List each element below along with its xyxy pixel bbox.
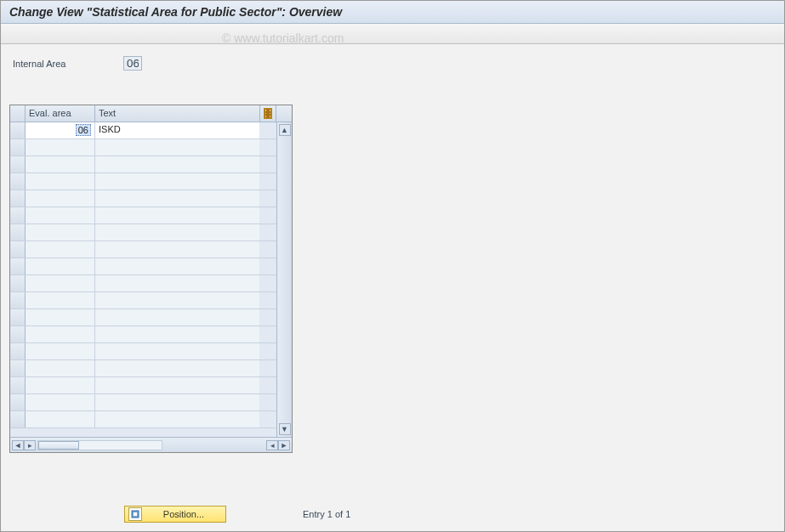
table-header: Eval. area Text [10, 105, 292, 122]
table-row[interactable] [10, 190, 276, 207]
cell-eval-area[interactable] [26, 292, 95, 308]
position-button[interactable]: Position... [124, 506, 226, 523]
table-row[interactable] [10, 360, 276, 377]
cell-eval-area[interactable] [26, 139, 95, 156]
cell-text[interactable] [95, 411, 259, 427]
row-selector[interactable] [10, 173, 26, 190]
cell-text[interactable] [95, 207, 259, 224]
scroll-right-icon[interactable]: ◂ [266, 440, 278, 450]
cell-eval-area[interactable] [26, 258, 95, 274]
select-all-header[interactable] [10, 105, 26, 122]
row-selector[interactable] [10, 360, 26, 376]
col-header-eval-area[interactable]: Eval. area [26, 105, 95, 122]
cell-eval-area[interactable] [26, 173, 95, 190]
row-selector[interactable] [10, 292, 26, 308]
cell-text[interactable] [95, 394, 259, 410]
internal-area-label: Internal Area [13, 59, 123, 69]
cell-eval-area[interactable] [26, 377, 95, 393]
cell-eval-area[interactable]: 06 [26, 122, 95, 139]
cell-text[interactable] [95, 156, 259, 173]
table-row[interactable] [10, 411, 276, 428]
cell-eval-area[interactable] [26, 207, 95, 224]
row-selector[interactable] [10, 343, 26, 359]
cell-text[interactable] [95, 326, 259, 342]
row-selector[interactable] [10, 326, 26, 342]
footer: Position... Entry 1 of 1 [124, 506, 350, 523]
table-row[interactable]: 06ISKD [10, 122, 276, 139]
table-row[interactable] [10, 139, 276, 156]
cell-text[interactable] [95, 309, 259, 325]
table-row[interactable] [10, 394, 276, 411]
col-header-text[interactable]: Text [95, 105, 259, 122]
cell-text[interactable] [95, 360, 259, 376]
scroll-right-end-icon[interactable]: ► [278, 440, 290, 450]
cell-text[interactable]: ISKD [95, 122, 259, 139]
content-area: Internal Area Eval. area Text 06ISKD ▲ ▼… [1, 44, 784, 461]
scroll-left-end-icon[interactable]: ◄ [12, 440, 24, 450]
cell-eval-area[interactable] [26, 326, 95, 342]
cell-eval-area[interactable] [26, 343, 95, 359]
row-selector[interactable] [10, 122, 26, 139]
row-selector[interactable] [10, 241, 26, 258]
row-selector[interactable] [10, 156, 26, 173]
table-frame: Eval. area Text 06ISKD ▲ ▼ ◄ ▸ ◂ [9, 105, 293, 453]
scroll-down-icon[interactable]: ▼ [279, 423, 291, 435]
table-body: 06ISKD ▲ ▼ [10, 122, 292, 437]
table-row[interactable] [10, 377, 276, 394]
table-config-button[interactable] [259, 105, 276, 122]
cell-text[interactable] [95, 241, 259, 258]
cell-eval-area[interactable] [26, 360, 95, 376]
cell-eval-area[interactable] [26, 156, 95, 173]
row-selector[interactable] [10, 309, 26, 325]
cell-eval-area[interactable] [26, 241, 95, 258]
scroll-up-icon[interactable]: ▲ [279, 124, 291, 136]
internal-area-field [123, 56, 142, 71]
cell-text[interactable] [95, 258, 259, 274]
cell-eval-area[interactable] [26, 309, 95, 325]
table-row[interactable] [10, 156, 276, 173]
table-row[interactable] [10, 292, 276, 309]
cell-eval-area[interactable] [26, 394, 95, 410]
row-selector[interactable] [10, 258, 26, 274]
table-row[interactable] [10, 275, 276, 292]
svg-rect-1 [134, 512, 137, 516]
table-row[interactable] [10, 207, 276, 224]
cell-text[interactable] [95, 173, 259, 190]
cell-eval-area[interactable] [26, 190, 95, 207]
table-row[interactable] [10, 173, 276, 190]
page-title: Change View "Statistical Area for Public… [1, 1, 784, 24]
row-selector[interactable] [10, 224, 26, 241]
table-row[interactable] [10, 224, 276, 241]
cell-text[interactable] [95, 343, 259, 359]
table-row[interactable] [10, 258, 276, 275]
position-button-label: Position... [145, 509, 222, 519]
row-selector[interactable] [10, 411, 26, 427]
cell-text[interactable] [95, 275, 259, 291]
table-row[interactable] [10, 241, 276, 258]
table-config-icon [264, 108, 272, 119]
table-row[interactable] [10, 326, 276, 343]
row-selector[interactable] [10, 377, 26, 393]
row-selector[interactable] [10, 190, 26, 207]
h-scroll-track[interactable] [37, 440, 162, 450]
cell-text[interactable] [95, 224, 259, 241]
row-selector[interactable] [10, 275, 26, 291]
position-icon [128, 507, 142, 521]
vertical-scrollbar[interactable]: ▲ ▼ [276, 122, 292, 437]
cell-eval-area[interactable] [26, 275, 95, 291]
h-scroll-thumb[interactable] [38, 441, 79, 450]
cell-eval-area[interactable] [26, 224, 95, 241]
table-row[interactable] [10, 343, 276, 360]
scroll-left-icon[interactable]: ▸ [24, 440, 36, 450]
row-selector[interactable] [10, 394, 26, 410]
cell-text[interactable] [95, 377, 259, 393]
toolbar-divider [1, 24, 784, 44]
row-selector[interactable] [10, 207, 26, 224]
cell-text[interactable] [95, 292, 259, 308]
row-selector[interactable] [10, 139, 26, 156]
cell-text[interactable] [95, 139, 259, 156]
cell-text[interactable] [95, 190, 259, 207]
cell-eval-area[interactable] [26, 411, 95, 427]
horizontal-scrollbar[interactable]: ◄ ▸ ◂ ► [10, 437, 292, 452]
table-row[interactable] [10, 309, 276, 326]
